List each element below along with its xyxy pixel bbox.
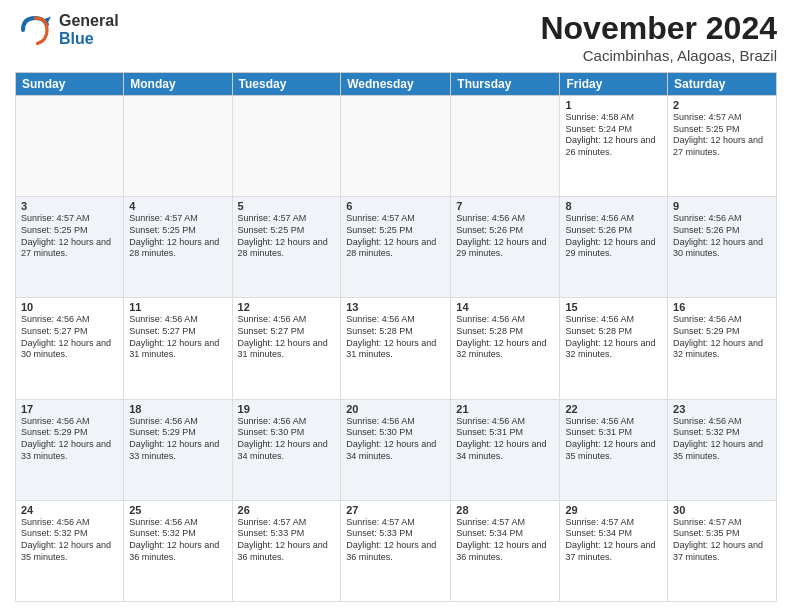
day-info-line: Sunrise: 4:57 AM	[673, 517, 771, 529]
calendar-day-cell: 23Sunrise: 4:56 AMSunset: 5:32 PMDayligh…	[668, 399, 777, 500]
logo-icon	[15, 10, 55, 50]
day-number: 8	[565, 200, 662, 212]
day-number: 11	[129, 301, 226, 313]
calendar-day-cell: 3Sunrise: 4:57 AMSunset: 5:25 PMDaylight…	[16, 197, 124, 298]
day-info-line: Sunrise: 4:56 AM	[238, 314, 336, 326]
logo-blue: Blue	[59, 30, 119, 48]
day-info-line: Sunset: 5:29 PM	[673, 326, 771, 338]
calendar-day-cell: 10Sunrise: 4:56 AMSunset: 5:27 PMDayligh…	[16, 298, 124, 399]
calendar-day-cell	[341, 96, 451, 197]
day-info-line: Sunset: 5:30 PM	[238, 427, 336, 439]
day-info-line: Daylight: 12 hours and 28 minutes.	[129, 237, 226, 260]
day-info: Sunrise: 4:56 AMSunset: 5:28 PMDaylight:…	[565, 314, 662, 361]
day-info-line: Daylight: 12 hours and 34 minutes.	[456, 439, 554, 462]
calendar-day-cell: 22Sunrise: 4:56 AMSunset: 5:31 PMDayligh…	[560, 399, 668, 500]
calendar-day-cell: 27Sunrise: 4:57 AMSunset: 5:33 PMDayligh…	[341, 500, 451, 601]
day-info-line: Sunrise: 4:56 AM	[129, 314, 226, 326]
day-info-line: Sunset: 5:32 PM	[21, 528, 118, 540]
day-number: 10	[21, 301, 118, 313]
day-info: Sunrise: 4:56 AMSunset: 5:30 PMDaylight:…	[238, 416, 336, 463]
day-info-line: Sunrise: 4:56 AM	[129, 517, 226, 529]
calendar-day-cell: 20Sunrise: 4:56 AMSunset: 5:30 PMDayligh…	[341, 399, 451, 500]
day-info: Sunrise: 4:56 AMSunset: 5:29 PMDaylight:…	[129, 416, 226, 463]
day-info: Sunrise: 4:56 AMSunset: 5:26 PMDaylight:…	[565, 213, 662, 260]
day-info-line: Sunset: 5:29 PM	[21, 427, 118, 439]
day-info: Sunrise: 4:56 AMSunset: 5:30 PMDaylight:…	[346, 416, 445, 463]
weekday-header-monday: Monday	[124, 73, 232, 96]
calendar-week-row: 3Sunrise: 4:57 AMSunset: 5:25 PMDaylight…	[16, 197, 777, 298]
calendar-day-cell: 25Sunrise: 4:56 AMSunset: 5:32 PMDayligh…	[124, 500, 232, 601]
day-info-line: Sunset: 5:28 PM	[346, 326, 445, 338]
calendar-day-cell: 5Sunrise: 4:57 AMSunset: 5:25 PMDaylight…	[232, 197, 341, 298]
calendar-day-cell	[232, 96, 341, 197]
calendar-week-row: 24Sunrise: 4:56 AMSunset: 5:32 PMDayligh…	[16, 500, 777, 601]
day-info-line: Sunset: 5:28 PM	[456, 326, 554, 338]
weekday-header-sunday: Sunday	[16, 73, 124, 96]
calendar-day-cell: 8Sunrise: 4:56 AMSunset: 5:26 PMDaylight…	[560, 197, 668, 298]
day-info-line: Sunrise: 4:56 AM	[456, 314, 554, 326]
day-info: Sunrise: 4:56 AMSunset: 5:32 PMDaylight:…	[21, 517, 118, 564]
day-number: 29	[565, 504, 662, 516]
day-info-line: Sunrise: 4:57 AM	[21, 213, 118, 225]
day-info-line: Sunrise: 4:57 AM	[456, 517, 554, 529]
day-info-line: Sunrise: 4:56 AM	[565, 213, 662, 225]
day-number: 14	[456, 301, 554, 313]
day-info-line: Sunrise: 4:56 AM	[21, 314, 118, 326]
day-info: Sunrise: 4:56 AMSunset: 5:27 PMDaylight:…	[238, 314, 336, 361]
calendar-day-cell	[124, 96, 232, 197]
calendar-day-cell: 26Sunrise: 4:57 AMSunset: 5:33 PMDayligh…	[232, 500, 341, 601]
day-info-line: Sunset: 5:30 PM	[346, 427, 445, 439]
day-info-line: Daylight: 12 hours and 36 minutes.	[346, 540, 445, 563]
calendar-day-cell: 1Sunrise: 4:58 AMSunset: 5:24 PMDaylight…	[560, 96, 668, 197]
day-info-line: Sunrise: 4:57 AM	[565, 517, 662, 529]
calendar-day-cell	[451, 96, 560, 197]
day-info-line: Daylight: 12 hours and 29 minutes.	[456, 237, 554, 260]
day-info-line: Daylight: 12 hours and 32 minutes.	[673, 338, 771, 361]
logo-text: General Blue	[59, 12, 119, 47]
calendar-day-cell: 2Sunrise: 4:57 AMSunset: 5:25 PMDaylight…	[668, 96, 777, 197]
day-number: 27	[346, 504, 445, 516]
day-info: Sunrise: 4:57 AMSunset: 5:25 PMDaylight:…	[129, 213, 226, 260]
day-info-line: Daylight: 12 hours and 37 minutes.	[565, 540, 662, 563]
day-info-line: Daylight: 12 hours and 27 minutes.	[673, 135, 771, 158]
day-info-line: Daylight: 12 hours and 35 minutes.	[565, 439, 662, 462]
day-info: Sunrise: 4:57 AMSunset: 5:25 PMDaylight:…	[673, 112, 771, 159]
day-info-line: Sunset: 5:28 PM	[565, 326, 662, 338]
day-info-line: Daylight: 12 hours and 35 minutes.	[21, 540, 118, 563]
day-info-line: Sunset: 5:33 PM	[346, 528, 445, 540]
day-number: 18	[129, 403, 226, 415]
day-info-line: Daylight: 12 hours and 34 minutes.	[238, 439, 336, 462]
day-info: Sunrise: 4:58 AMSunset: 5:24 PMDaylight:…	[565, 112, 662, 159]
day-info-line: Daylight: 12 hours and 31 minutes.	[238, 338, 336, 361]
calendar-day-cell: 9Sunrise: 4:56 AMSunset: 5:26 PMDaylight…	[668, 197, 777, 298]
calendar-day-cell: 11Sunrise: 4:56 AMSunset: 5:27 PMDayligh…	[124, 298, 232, 399]
day-info-line: Sunset: 5:25 PM	[673, 124, 771, 136]
day-info-line: Sunset: 5:25 PM	[238, 225, 336, 237]
day-info: Sunrise: 4:57 AMSunset: 5:34 PMDaylight:…	[456, 517, 554, 564]
day-info: Sunrise: 4:56 AMSunset: 5:29 PMDaylight:…	[21, 416, 118, 463]
location-title: Cacimbinhas, Alagoas, Brazil	[540, 47, 777, 64]
day-info-line: Sunrise: 4:56 AM	[21, 517, 118, 529]
day-info-line: Sunrise: 4:56 AM	[238, 416, 336, 428]
day-number: 9	[673, 200, 771, 212]
day-info-line: Sunset: 5:27 PM	[21, 326, 118, 338]
day-info: Sunrise: 4:57 AMSunset: 5:25 PMDaylight:…	[346, 213, 445, 260]
day-info-line: Sunrise: 4:56 AM	[673, 416, 771, 428]
day-info-line: Sunset: 5:27 PM	[129, 326, 226, 338]
day-info-line: Sunset: 5:32 PM	[673, 427, 771, 439]
day-info-line: Daylight: 12 hours and 33 minutes.	[129, 439, 226, 462]
calendar-day-cell: 17Sunrise: 4:56 AMSunset: 5:29 PMDayligh…	[16, 399, 124, 500]
day-info-line: Sunrise: 4:58 AM	[565, 112, 662, 124]
day-number: 7	[456, 200, 554, 212]
day-info-line: Sunset: 5:31 PM	[565, 427, 662, 439]
day-info-line: Sunset: 5:24 PM	[565, 124, 662, 136]
day-info-line: Daylight: 12 hours and 36 minutes.	[129, 540, 226, 563]
day-info: Sunrise: 4:57 AMSunset: 5:25 PMDaylight:…	[21, 213, 118, 260]
day-info-line: Sunrise: 4:56 AM	[129, 416, 226, 428]
day-info-line: Daylight: 12 hours and 32 minutes.	[456, 338, 554, 361]
day-info-line: Sunrise: 4:56 AM	[456, 213, 554, 225]
day-number: 17	[21, 403, 118, 415]
day-info-line: Sunset: 5:27 PM	[238, 326, 336, 338]
header: General Blue November 2024 Cacimbinhas, …	[15, 10, 777, 64]
day-info: Sunrise: 4:56 AMSunset: 5:27 PMDaylight:…	[129, 314, 226, 361]
